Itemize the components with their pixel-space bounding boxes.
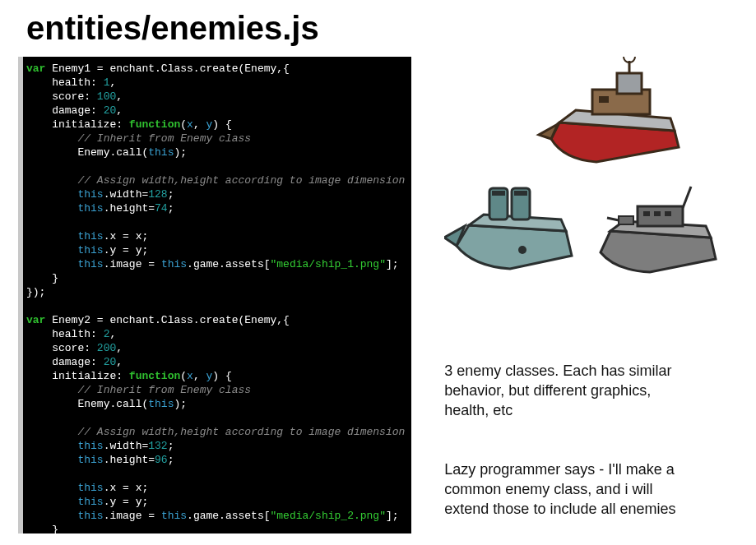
svg-rect-15 (654, 211, 661, 216)
svg-rect-16 (665, 211, 671, 216)
svg-rect-7 (492, 191, 505, 196)
svg-rect-8 (514, 191, 527, 196)
description-text-2: Lazy programmer says - I'll make a commo… (444, 460, 691, 519)
description-text-1: 3 enemy classes. Each has similar behavi… (444, 361, 691, 420)
ships-svg (444, 57, 724, 279)
right-column: 3 enemy classes. Each has similar behavi… (411, 57, 756, 545)
ship-1-icon (539, 57, 679, 162)
ships-illustration (444, 57, 724, 279)
page-title: entities/enemies.js (0, 0, 756, 57)
svg-rect-12 (619, 216, 633, 224)
ship-2-icon (444, 188, 572, 269)
svg-line-11 (683, 187, 691, 208)
code-block: var Enemy1 = enchant.Class.create(Enemy,… (18, 57, 411, 533)
svg-rect-1 (617, 73, 642, 94)
svg-rect-4 (599, 96, 609, 103)
ship-3-icon (601, 187, 716, 272)
code-text: var Enemy1 = enchant.Class.create(Enemy,… (23, 57, 411, 545)
svg-rect-14 (643, 211, 650, 216)
svg-point-9 (518, 246, 526, 254)
svg-line-13 (607, 218, 619, 220)
content-row: var Enemy1 = enchant.Class.create(Enemy,… (0, 57, 756, 545)
